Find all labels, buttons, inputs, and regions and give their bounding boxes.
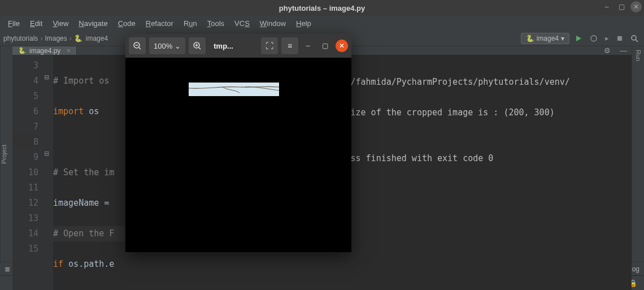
window-titlebar: phytutorials – image4.py – ▢ ✕ [0, 0, 644, 16]
menu-file[interactable]: File [3, 18, 24, 29]
editor-tab-label: image4.py [29, 47, 60, 55]
breadcrumb-item[interactable]: Images [45, 34, 67, 42]
image-viewer-canvas[interactable] [125, 58, 351, 252]
zoom-in-button[interactable] [189, 37, 206, 54]
fold-marker-icon[interactable]: ⊟ [44, 73, 49, 81]
search-everywhere-button[interactable] [628, 34, 641, 42]
console-line: The size of the cropped image is : (200,… [325, 105, 626, 120]
image-viewer-title: tmp... [209, 42, 258, 50]
menu-code[interactable]: Code [114, 18, 140, 29]
debug-button[interactable] [588, 34, 600, 42]
python-file-icon: 🐍 [18, 47, 26, 54]
menu-bar: File Edit View Navigate Code Refactor Ru… [0, 16, 644, 31]
window-close-button[interactable]: ✕ [630, 1, 642, 12]
run-button[interactable] [572, 34, 585, 42]
run-configuration-selector[interactable]: 🐍 image4 ▾ [521, 33, 569, 44]
run-toolwindow-stripe[interactable]: Run [635, 46, 642, 61]
chevron-down-icon: ⌄ [175, 42, 181, 50]
list-icon: ≣ [5, 265, 10, 273]
image-viewer-toolbar: 100% ⌄ tmp... ⛶ ≡ – ▢ ✕ [125, 34, 351, 58]
line-number-gutter: 3 4 5 6 7 8 9 10 11 12 13 14 15 [12, 55, 43, 290]
svg-line-7 [139, 47, 141, 49]
chevron-right-icon: › [69, 34, 72, 42]
svg-line-5 [636, 40, 638, 42]
svg-line-10 [199, 47, 201, 49]
chevron-down-icon: ▾ [561, 34, 564, 42]
breadcrumb-item[interactable]: image4 [86, 34, 108, 42]
run-console[interactable]: /home/fahmida/PycharmProjects/phytutoria… [319, 55, 632, 290]
left-tool-gutter: Project Structure Favorites [0, 46, 12, 262]
hide-button[interactable]: — [615, 46, 632, 55]
project-toolwindow-tab[interactable]: Project [1, 141, 7, 167]
menu-button[interactable]: ≡ [281, 37, 298, 54]
run-config-label: image4 [537, 34, 559, 42]
editor-tab[interactable]: 🐍 image4.py × [12, 46, 77, 55]
menu-vcs[interactable]: VCS [230, 18, 254, 29]
console-line: Process finished with exit code 0 [325, 151, 626, 166]
image-viewer-close-button[interactable]: ✕ [336, 40, 348, 52]
window-maximize-button[interactable]: ▢ [616, 1, 627, 12]
zoom-out-button[interactable] [129, 37, 146, 54]
right-tool-gutter: Run [632, 46, 644, 262]
gear-icon[interactable]: ⚙ [599, 46, 615, 55]
stop-button[interactable] [614, 35, 625, 42]
more-run-button[interactable]: ▸ [603, 34, 611, 42]
python-file-icon: 🐍 [526, 34, 534, 42]
fullscreen-button[interactable]: ⛶ [261, 37, 278, 54]
fold-gutter: ⊟ ⊟ [43, 55, 53, 290]
chevron-right-icon: › [40, 34, 42, 42]
image-viewer-window[interactable]: 100% ⌄ tmp... ⛶ ≡ – ▢ ✕ [125, 34, 351, 252]
menu-refactor[interactable]: Refactor [141, 18, 178, 29]
menu-run[interactable]: Run [179, 18, 202, 29]
svg-rect-13 [189, 83, 279, 96]
close-icon[interactable]: × [66, 46, 71, 55]
svg-point-0 [591, 36, 597, 41]
menu-tools[interactable]: Tools [203, 18, 229, 29]
breadcrumb-item[interactable]: phytutorials [3, 34, 38, 42]
zoom-level-selector[interactable]: 100% ⌄ [149, 37, 185, 54]
menu-edit[interactable]: Edit [25, 18, 47, 29]
image-viewer-minimize-button[interactable]: – [302, 40, 314, 52]
displayed-image [189, 83, 279, 96]
fold-marker-icon[interactable]: ⊟ [44, 150, 49, 157]
zoom-level-label: 100% [154, 42, 172, 50]
svg-rect-3 [617, 36, 622, 41]
python-file-icon: 🐍 [74, 34, 82, 42]
menu-navigate[interactable]: Navigate [74, 18, 112, 29]
menu-window[interactable]: Window [255, 18, 290, 29]
image-viewer-maximize-button[interactable]: ▢ [319, 40, 331, 52]
menu-help[interactable]: Help [291, 18, 316, 29]
console-line: /home/fahmida/PycharmProjects/phytutoria… [325, 75, 626, 90]
window-minimize-button[interactable]: – [601, 1, 612, 12]
svg-point-4 [632, 36, 636, 40]
menu-view[interactable]: View [48, 18, 73, 29]
window-title: phytutorials – image4.py [279, 4, 365, 12]
